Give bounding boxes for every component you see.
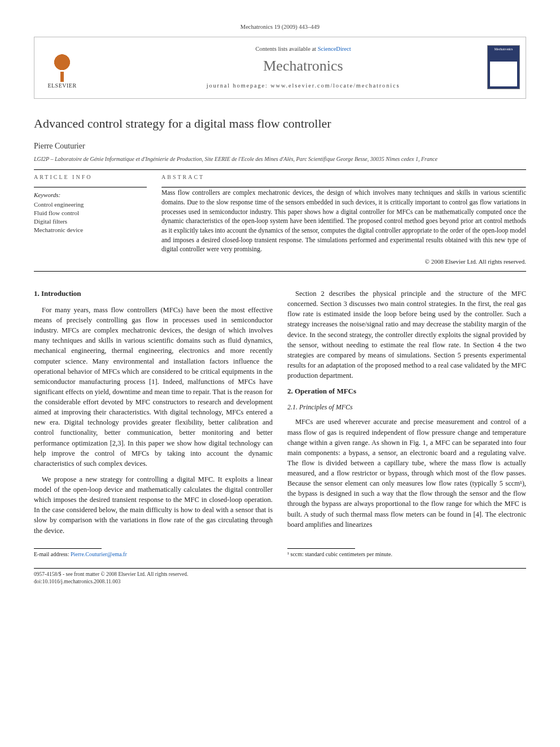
header-center: Contents lists available at ScienceDirec…: [89, 45, 518, 90]
abstract-text: Mass flow controllers are complex mechat…: [161, 188, 526, 254]
article-title: Advanced control strategy for a digital …: [34, 115, 526, 133]
journal-title: Mechatronics: [89, 55, 518, 77]
paragraph: We propose a new strategy for controllin…: [34, 474, 273, 536]
page-bottom-rule: [34, 568, 526, 569]
keyword: Digital filters: [34, 217, 147, 226]
elsevier-tree-icon: [45, 49, 79, 82]
author-name: Pierre Couturier: [34, 141, 526, 152]
keyword: Mechatronic device: [34, 226, 147, 234]
page: Mechatronics 19 (2009) 443–449 ELSEVIER …: [0, 0, 560, 603]
article-info-column: ARTICLE INFO Keywords: Control engineeri…: [34, 173, 147, 267]
info-rule: [34, 187, 147, 187]
elsevier-logo: ELSEVIER: [42, 45, 82, 90]
publisher-name: ELSEVIER: [47, 82, 76, 90]
footnote-rule: [34, 548, 102, 549]
keyword: Control engineering: [34, 200, 147, 209]
paragraph: Section 2 describes the physical princip…: [287, 289, 526, 381]
header-citation: Mechatronics 19 (2009) 443–449: [34, 23, 526, 31]
journal-header: ELSEVIER Contents lists available at Sci…: [34, 37, 526, 99]
paragraph: MFCs are used wherever accurate and prec…: [287, 417, 526, 529]
info-abstract-row: ARTICLE INFO Keywords: Control engineeri…: [34, 173, 526, 267]
footnote-right: ¹ sccm: standard cubic centimeters per m…: [287, 548, 526, 559]
contents-line: Contents lists available at ScienceDirec…: [89, 45, 518, 53]
footnote-rule: [287, 548, 355, 549]
copyright-block: 0957-4158/$ - see front matter © 2008 El…: [34, 571, 526, 587]
paragraph: For many years, mass flow controllers (M…: [34, 305, 273, 469]
section-heading-1: 1. Introduction: [34, 289, 273, 299]
section-heading-2: 2. Operation of MFCs: [287, 386, 526, 397]
keyword: Fluid flow control: [34, 209, 147, 217]
author-email-link[interactable]: Pierre.Couturier@ema.fr: [71, 551, 127, 557]
footnote-left: E-mail address: Pierre.Couturier@ema.fr: [34, 548, 273, 559]
abstract-column: ABSTRACT Mass flow controllers are compl…: [161, 173, 526, 267]
author-affiliation: LGI2P – Laboratoire de Génie Informatiqu…: [34, 155, 526, 164]
footnote-row: E-mail address: Pierre.Couturier@ema.fr …: [34, 538, 526, 559]
footnote-sccm: ¹ sccm: standard cubic centimeters per m…: [287, 551, 392, 557]
journal-homepage: journal homepage: www.elsevier.com/locat…: [89, 81, 518, 90]
abstract-label: ABSTRACT: [161, 173, 526, 182]
contents-prefix: Contents lists available at: [255, 46, 317, 52]
abstract-copyright: © 2008 Elsevier Ltd. All rights reserved…: [161, 257, 526, 267]
cover-label: Mechatronics: [488, 47, 519, 52]
article-info-label: ARTICLE INFO: [34, 173, 147, 182]
body-columns: 1. Introduction For many years, mass flo…: [34, 289, 526, 538]
journal-cover-thumb: Mechatronics: [487, 45, 520, 89]
keywords-heading: Keywords:: [34, 191, 147, 200]
subsection-heading-2-1: 2.1. Principles of MFCs: [287, 403, 526, 412]
rule-top: [34, 169, 526, 170]
email-label: E-mail address:: [34, 551, 71, 557]
issn-line: 0957-4158/$ - see front matter © 2008 El…: [34, 571, 526, 579]
rule-bottom: [34, 271, 526, 272]
sciencedirect-link[interactable]: ScienceDirect: [318, 46, 351, 52]
doi-line: doi:10.1016/j.mechatronics.2008.11.003: [34, 578, 526, 586]
